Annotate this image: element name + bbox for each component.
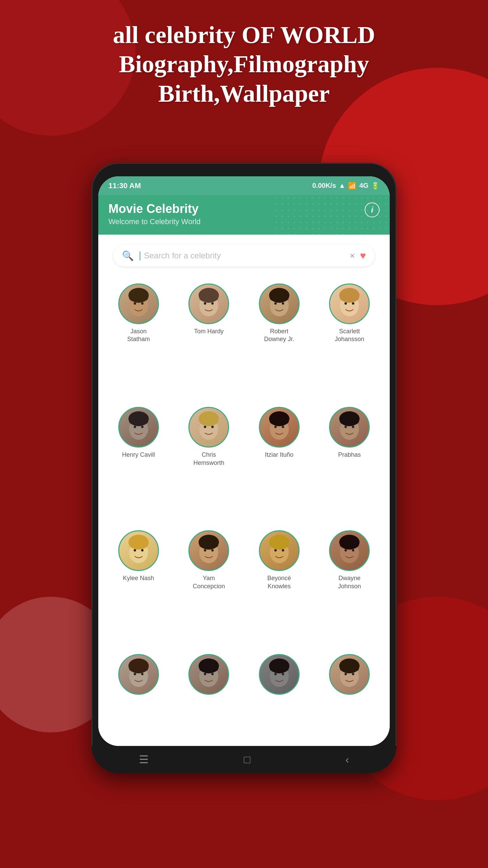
- search-icon: 🔍: [122, 250, 134, 261]
- celebrity-item-13[interactable]: [105, 651, 172, 746]
- svg-point-64: [129, 665, 148, 673]
- celebrity-item-11[interactable]: Beyoncé Knowles: [246, 527, 313, 647]
- svg-point-68: [211, 673, 214, 675]
- celebrity-name-1: Jason Statham: [127, 328, 150, 343]
- svg-point-58: [352, 549, 354, 552]
- celebrity-name-7: Itziar Ituño: [265, 451, 293, 459]
- network-speed: 0.00K/s: [312, 182, 336, 190]
- search-input[interactable]: Search for a celebrity: [139, 251, 345, 261]
- status-right: 0.00K/s ▲ 📶 4G 🔋: [312, 182, 380, 190]
- cursor: [140, 252, 140, 260]
- search-bar[interactable]: 🔍 Search for a celebrity × ♥: [114, 245, 374, 267]
- celebrity-avatar-12: [329, 530, 370, 571]
- celebrity-item-3[interactable]: Robert Downey Jr.: [246, 280, 313, 400]
- svg-point-33: [282, 426, 284, 428]
- svg-point-72: [274, 673, 277, 675]
- celebrity-avatar-14: [188, 654, 229, 695]
- celebrity-name-5: Henry Cavill: [122, 451, 155, 459]
- back-button[interactable]: ‹: [345, 753, 349, 766]
- svg-point-34: [270, 417, 289, 426]
- svg-point-57: [345, 549, 347, 552]
- svg-point-17: [345, 302, 347, 305]
- svg-point-42: [134, 549, 136, 552]
- celebrity-name-12: Dwayne Johnson: [338, 574, 361, 590]
- celebrity-item-16[interactable]: [316, 651, 383, 746]
- svg-point-23: [141, 426, 143, 428]
- svg-point-78: [352, 673, 354, 675]
- phone-screen: 11:30 AM 0.00K/s ▲ 📶 4G 🔋 Movie Celebrit…: [98, 176, 390, 746]
- celebrity-avatar-2: [188, 283, 229, 324]
- status-bar: 11:30 AM 0.00K/s ▲ 📶 4G 🔋: [98, 176, 390, 195]
- celebrity-item-2[interactable]: Tom Hardy: [176, 280, 243, 400]
- svg-point-39: [340, 417, 359, 426]
- celebrity-name-6: Chris Hemsworth: [194, 451, 224, 467]
- celebrity-item-6[interactable]: Chris Hemsworth: [176, 403, 243, 524]
- svg-point-19: [340, 294, 359, 302]
- celebrity-avatar-8: [329, 407, 370, 448]
- favorites-button[interactable]: ♥: [360, 250, 366, 261]
- svg-point-13: [282, 302, 284, 305]
- celebrity-item-1[interactable]: Jason Statham: [105, 280, 172, 400]
- header-line3: Birth,Wallpaper: [20, 79, 468, 108]
- svg-point-38: [352, 426, 354, 428]
- svg-point-48: [211, 549, 214, 552]
- celebrity-name-9: Kylee Nash: [123, 574, 154, 582]
- battery-icon: 🔋: [371, 182, 380, 190]
- celebrity-item-14[interactable]: [176, 651, 243, 746]
- celebrity-avatar-13: [118, 654, 159, 695]
- network-type: 4G: [359, 182, 368, 190]
- clear-button[interactable]: ×: [350, 251, 355, 261]
- celebrity-item-4[interactable]: Scarlett Johansson: [316, 280, 383, 400]
- svg-point-49: [199, 541, 218, 549]
- celebrity-grid: Jason Statham Tom Hardy Robert Downey Jr…: [98, 277, 390, 746]
- svg-point-73: [282, 673, 284, 675]
- svg-point-79: [340, 665, 359, 673]
- svg-point-29: [199, 417, 218, 426]
- home-button[interactable]: □: [244, 753, 250, 766]
- svg-point-24: [129, 417, 148, 426]
- svg-point-12: [274, 302, 277, 305]
- svg-point-32: [274, 426, 277, 428]
- status-time: 11:30 AM: [108, 181, 141, 190]
- screen-content: 11:30 AM 0.00K/s ▲ 📶 4G 🔋 Movie Celebrit…: [98, 176, 390, 746]
- wifi-icon: 📶: [348, 182, 357, 190]
- header-line1: all celebrity OF WORLD: [20, 20, 468, 50]
- celebrity-item-9[interactable]: Kylee Nash: [105, 527, 172, 647]
- celebrity-item-7[interactable]: Itziar Ituño: [246, 403, 313, 524]
- celebrity-name-11: Beyoncé Knowles: [267, 574, 291, 590]
- celebrity-item-15[interactable]: [246, 651, 313, 746]
- svg-point-52: [274, 549, 277, 552]
- svg-point-14: [270, 294, 289, 302]
- signal-icon: ▲: [339, 182, 346, 190]
- celebrity-avatar-3: [259, 283, 300, 324]
- celebrity-avatar-16: [329, 654, 370, 695]
- app-subtitle: Welcome to Celebrity World: [108, 217, 380, 226]
- celebrity-item-12[interactable]: Dwayne Johnson: [316, 527, 383, 647]
- celebrity-item-10[interactable]: Yam Concepcion: [176, 527, 243, 647]
- svg-point-54: [270, 541, 289, 549]
- svg-point-59: [340, 541, 359, 549]
- celebrity-item-5[interactable]: Henry Cavill: [105, 403, 172, 524]
- celebrity-name-3: Robert Downey Jr.: [264, 328, 294, 343]
- celebrity-avatar-5: [118, 407, 159, 448]
- svg-point-27: [204, 426, 206, 428]
- celebrity-avatar-15: [259, 654, 300, 695]
- celebrity-name-8: Prabhas: [338, 451, 361, 459]
- info-button[interactable]: i: [365, 202, 380, 217]
- svg-point-2: [134, 302, 136, 305]
- celebrity-avatar-11: [259, 530, 300, 571]
- celebrity-item-8[interactable]: Prabhas: [316, 403, 383, 524]
- svg-point-53: [282, 549, 284, 552]
- phone-device: 11:30 AM 0.00K/s ▲ 📶 4G 🔋 Movie Celebrit…: [92, 163, 396, 773]
- svg-point-69: [199, 665, 218, 673]
- bottom-navigation: ☰ □ ‹: [92, 746, 396, 773]
- menu-button[interactable]: ☰: [139, 753, 149, 766]
- svg-point-8: [211, 302, 214, 305]
- svg-point-22: [134, 426, 136, 428]
- svg-point-4: [129, 294, 148, 302]
- svg-point-3: [141, 302, 143, 305]
- svg-point-18: [352, 302, 354, 305]
- search-placeholder: Search for a celebrity: [144, 251, 221, 260]
- celebrity-avatar-6: [188, 407, 229, 448]
- celebrity-name-4: Scarlett Johansson: [335, 328, 364, 343]
